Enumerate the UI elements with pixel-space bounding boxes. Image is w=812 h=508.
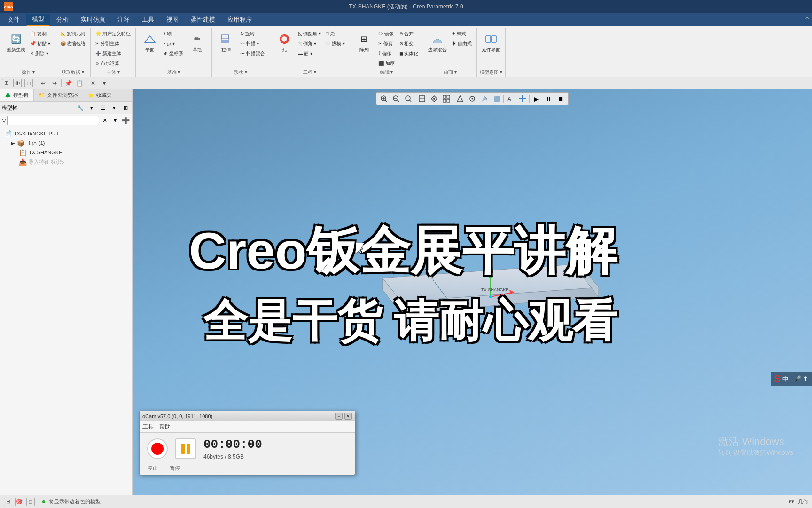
menu-view[interactable]: 视图 bbox=[161, 14, 184, 25]
sougou-input-area[interactable]: S 中 · 🎤 ⬆ bbox=[771, 372, 812, 386]
btn-shell[interactable]: □ 壳 bbox=[324, 29, 347, 39]
btn-sweep[interactable]: 〰 扫描 ▾ bbox=[238, 39, 267, 48]
btn-trim[interactable]: ✂ 修剪 bbox=[376, 39, 397, 48]
menu-annotation[interactable]: 注释 bbox=[112, 14, 135, 25]
tree-item-body[interactable]: ▶ 📦 主体 (1) bbox=[0, 138, 132, 148]
datum-display-btn[interactable] bbox=[517, 94, 528, 104]
ocam-close-btn[interactable]: ✕ bbox=[344, 413, 352, 420]
stop-vt-btn[interactable]: ⏹ bbox=[555, 94, 566, 104]
btn-regenerate[interactable]: 🔄 重新生成 bbox=[5, 29, 27, 56]
clear-search-btn[interactable]: ✕ bbox=[100, 116, 109, 125]
status-icon-1[interactable]: ⊞ bbox=[4, 498, 12, 506]
btn-edge-chamfer[interactable]: ◹ 倒角 ▾ bbox=[297, 39, 323, 48]
tab-favorites[interactable]: ⭐ 收藏夹 bbox=[83, 89, 117, 101]
layer-icon[interactable]: ⊞ bbox=[2, 79, 10, 87]
menu-simulation[interactable]: 实时仿真 bbox=[75, 14, 111, 25]
btn-hole[interactable]: ⭕ 孔 bbox=[273, 29, 296, 56]
btn-sketch[interactable]: ✏ 草绘 bbox=[186, 29, 209, 56]
tree-more-btn[interactable]: ▾ bbox=[109, 103, 119, 112]
sougou-upload-icon[interactable]: ⬆ bbox=[803, 375, 808, 382]
btn-coord[interactable]: ⊕ 坐标系 bbox=[162, 49, 185, 58]
play-btn[interactable]: ▶ bbox=[531, 94, 542, 104]
menu-flexible[interactable]: 柔性建模 bbox=[185, 14, 221, 25]
maximize-icon[interactable]: ⌃ bbox=[804, 16, 810, 24]
btn-revolve[interactable]: ↻ 旋转 bbox=[238, 29, 267, 39]
btn-thicken[interactable]: ⬛ 加厚 bbox=[376, 59, 397, 68]
btn-rib[interactable]: ▬ 筋 ▾ bbox=[297, 49, 323, 58]
btn-delete[interactable]: ✕ 删除 ▾ bbox=[28, 49, 52, 58]
btn-split-body[interactable]: ✂ 分割主体 bbox=[94, 39, 133, 48]
btn-axis[interactable]: / 轴 bbox=[162, 29, 185, 39]
tree-search-input[interactable] bbox=[7, 116, 99, 125]
tree-expand-btn[interactable]: ⊞ bbox=[121, 103, 130, 112]
display-mode-icon[interactable]: ▾▾ bbox=[789, 499, 794, 505]
add-filter-btn[interactable]: ➕ bbox=[121, 116, 130, 125]
btn-boolean[interactable]: ⊕ 布尔运算 bbox=[94, 59, 133, 68]
view-icon[interactable]: 👁 bbox=[13, 79, 22, 87]
tree-item-import[interactable]: 📥 导入特征 标识5 bbox=[0, 157, 132, 167]
btn-freeform[interactable]: ◈ 自由式 bbox=[450, 39, 474, 48]
refit-btn[interactable] bbox=[441, 94, 452, 104]
tree-view-btn[interactable]: ☰ bbox=[98, 103, 108, 112]
ocam-record-btn[interactable] bbox=[147, 438, 168, 459]
status-icon-2[interactable]: 🎯 bbox=[15, 498, 23, 506]
perspective-btn[interactable] bbox=[454, 94, 466, 104]
redo-btn[interactable]: ↪ bbox=[50, 79, 59, 88]
menu-apps[interactable]: 应用程序 bbox=[222, 14, 258, 25]
btn-copy-geom[interactable]: 📐 复制几何 bbox=[58, 29, 88, 39]
tab-model-tree[interactable]: 🌲 模型树 bbox=[0, 89, 34, 101]
btn-chamfer[interactable]: ◺ 倒圆角 ▾ bbox=[297, 29, 323, 39]
btn-user-feature[interactable]: ⭐ 用户定义特征 bbox=[94, 29, 133, 39]
btn-intersect[interactable]: ⊗ 相交 bbox=[398, 39, 421, 48]
tab-folder-browser[interactable]: 📁 文件夹浏览器 bbox=[34, 89, 83, 101]
tree-item-prt[interactable]: 📄 TX-SHANGKE.PRT bbox=[0, 129, 132, 138]
btn-plane[interactable]: 平面 bbox=[139, 29, 161, 56]
zoom-in-btn[interactable] bbox=[378, 94, 390, 104]
sougou-mic-icon[interactable]: 🎤 bbox=[794, 375, 801, 382]
btn-pattern[interactable]: ⊞ 阵列 bbox=[353, 29, 375, 56]
status-icon-3[interactable]: □ bbox=[26, 498, 35, 506]
btn-style[interactable]: ✦ 样式 bbox=[450, 29, 474, 39]
orient-btn[interactable] bbox=[479, 94, 490, 104]
ocam-menu-help[interactable]: 帮助 bbox=[159, 423, 171, 431]
btn-component-interface[interactable]: 元件界面 bbox=[480, 29, 502, 56]
shading-btn[interactable] bbox=[491, 94, 502, 104]
btn-point[interactable]: · 点 ▾ bbox=[162, 39, 185, 48]
qa-btn-x[interactable]: ✕ bbox=[88, 79, 98, 88]
btn-merge[interactable]: ⊕ 合并 bbox=[398, 29, 421, 39]
annotation-btn[interactable]: A bbox=[505, 94, 516, 104]
btn-mirror[interactable]: ⇔ 镜像 bbox=[376, 29, 397, 39]
ocam-menu-tools[interactable]: 工具 bbox=[142, 423, 154, 431]
undo-btn[interactable]: ↩ bbox=[39, 79, 48, 88]
btn-paste[interactable]: 📌 粘贴 ▾ bbox=[28, 39, 52, 48]
menu-model[interactable]: 模型 bbox=[26, 14, 50, 26]
tree-settings-btn[interactable]: 🔧 bbox=[76, 103, 85, 112]
saved-views-btn[interactable] bbox=[429, 94, 440, 104]
btn-offset[interactable]: ⤴ 偏移 bbox=[376, 49, 397, 58]
btn-copy[interactable]: 📋 复制 bbox=[28, 29, 52, 39]
btn-shrinkwrap[interactable]: 📦 收缩包络 bbox=[58, 39, 88, 48]
zoom-out-btn[interactable] bbox=[390, 94, 402, 104]
menu-tools[interactable]: 工具 bbox=[136, 14, 160, 25]
btn-draft[interactable]: ◇ 拔模 ▾ bbox=[324, 39, 347, 48]
qa-btn-snap[interactable]: 📌 bbox=[63, 79, 73, 88]
btn-extrude[interactable]: 拉伸 bbox=[215, 29, 237, 56]
view-type-btn[interactable] bbox=[416, 94, 428, 104]
qa-btn-more[interactable]: ▾ bbox=[100, 79, 109, 88]
btn-boundary-blend[interactable]: 边界混合 bbox=[426, 29, 449, 56]
ocam-pause-btn[interactable] bbox=[175, 438, 196, 459]
btn-sweep-blend[interactable]: 〜 扫描混合 bbox=[238, 49, 267, 58]
tree-item-shangke[interactable]: 📋 TX-SHANGKE bbox=[0, 148, 132, 157]
zoom-fit-btn[interactable] bbox=[403, 94, 414, 104]
menu-analysis[interactable]: 分析 bbox=[51, 14, 74, 25]
ocam-minimize-btn[interactable]: − bbox=[335, 413, 343, 420]
menu-file[interactable]: 文件 bbox=[2, 14, 25, 25]
display-icon[interactable]: □ bbox=[24, 79, 33, 87]
pause-vt-btn[interactable]: ⏸ bbox=[543, 94, 554, 104]
spin-center-btn[interactable] bbox=[467, 94, 478, 104]
search-dropdown-btn[interactable]: ▾ bbox=[110, 116, 120, 125]
viewport[interactable]: A ▶ ⏸ ⏹ bbox=[133, 89, 812, 495]
btn-solidify[interactable]: ◼ 实体化 bbox=[398, 49, 421, 58]
qa-btn-lock[interactable]: 📋 bbox=[75, 79, 84, 88]
btn-new-body[interactable]: ➕ 新建主体 bbox=[94, 49, 133, 58]
